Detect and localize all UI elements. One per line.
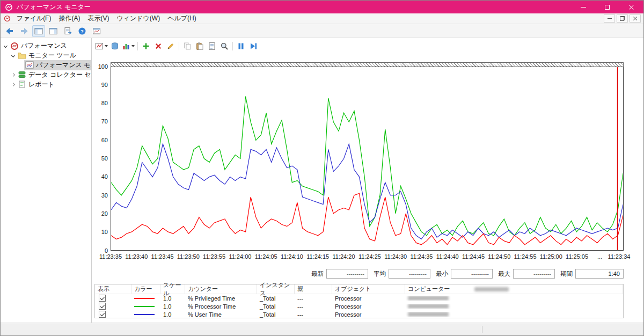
- x-tick-label: 11:24:20: [332, 253, 355, 260]
- legend-row-processor-time[interactable]: 1.0 % Processor Time _Total --- Processo…: [95, 302, 623, 310]
- stat-value-field: ---------: [513, 269, 555, 279]
- series-line: [111, 144, 623, 239]
- parent-value: ---: [295, 311, 332, 318]
- change-graph-type-button[interactable]: [121, 40, 135, 52]
- new-window-button[interactable]: [90, 25, 103, 37]
- chart-plot-area[interactable]: [111, 67, 624, 251]
- stat-average: 平均 ---------: [374, 269, 430, 279]
- x-tick-label: 11:25:00: [540, 253, 562, 260]
- report-icon: [18, 81, 26, 88]
- column-header-parent[interactable]: 親: [295, 284, 332, 294]
- tree-item-monitoring-tools[interactable]: モニター ツール: [1, 50, 91, 60]
- close-button[interactable]: [619, 1, 643, 13]
- show-checkbox[interactable]: [99, 295, 106, 302]
- log-data-icon: [111, 42, 119, 50]
- x-tick-label: 11:23:40: [125, 253, 148, 260]
- window-title: パフォーマンス モニター: [17, 3, 91, 12]
- paste-counter-list-button[interactable]: [194, 40, 206, 52]
- column-header-show[interactable]: 表示: [95, 284, 131, 294]
- help-button[interactable]: ?: [76, 25, 89, 37]
- column-header-counter[interactable]: カウンター: [185, 284, 257, 294]
- maximize-button[interactable]: [595, 1, 619, 13]
- column-header-color[interactable]: カラー: [131, 284, 160, 294]
- chevron-right-icon[interactable]: [9, 74, 17, 76]
- highlight-button[interactable]: [165, 40, 177, 52]
- column-header-instance[interactable]: インスタンス: [257, 284, 295, 294]
- stat-label: 平均: [374, 270, 386, 278]
- mdi-close-button[interactable]: [630, 14, 641, 23]
- legend-row-user-time[interactable]: 1.0 % User Time _Total --- Processor: [95, 310, 623, 318]
- counter-name: % Privileged Time: [185, 295, 257, 302]
- export-list-button[interactable]: [61, 25, 74, 37]
- show-checkbox[interactable]: [99, 311, 106, 318]
- view-current-activity-button[interactable]: [94, 40, 108, 52]
- stat-label: 最新: [311, 270, 324, 278]
- x-tick-label: 11:23:50: [177, 253, 200, 260]
- menu-view[interactable]: 表示(V): [84, 13, 113, 24]
- x-tick-label: 11:24:50: [488, 253, 510, 260]
- tree-item-reports[interactable]: レポート: [1, 79, 91, 89]
- mdi-restore-button[interactable]: [617, 14, 628, 23]
- copy-properties-button[interactable]: [181, 40, 193, 52]
- console-toolbar: ?: [1, 24, 643, 38]
- menu-window[interactable]: ウィンドウ(W): [113, 13, 164, 24]
- scale-value: 1.0: [160, 311, 185, 318]
- column-header-computer[interactable]: コンピューター: [405, 284, 623, 294]
- delete-counter-button[interactable]: [152, 40, 164, 52]
- show-checkbox[interactable]: [99, 303, 106, 310]
- perfmon-window: パフォーマンス モニター ファイル(F) 操作(A) 表示(V) ウィンドウ(W…: [0, 0, 644, 336]
- x-tick-label: 11:24:00: [229, 253, 251, 260]
- forward-button[interactable]: [18, 25, 31, 37]
- menu-action[interactable]: 操作(A): [55, 13, 84, 24]
- chevron-right-icon[interactable]: [9, 83, 17, 86]
- perfmon-icon: [10, 42, 19, 49]
- x-tick-label: 11:24:35: [410, 253, 433, 260]
- tree-item-data-collector-sets[interactable]: データ コレクター セット: [1, 70, 91, 79]
- color-swatch: [134, 314, 155, 315]
- mdi-minimize-button[interactable]: [604, 14, 615, 23]
- chart-plot: [111, 67, 623, 250]
- window-controls: [571, 1, 643, 13]
- column-header-object[interactable]: オブジェクト: [332, 284, 405, 294]
- performance-monitor-icon: [25, 61, 34, 69]
- tree-item-performance[interactable]: パフォーマンス: [1, 41, 91, 50]
- stat-label: 最小: [436, 270, 448, 278]
- back-button[interactable]: [3, 25, 16, 37]
- mdi-window-controls: [604, 14, 641, 23]
- redacted-computer-name: [408, 304, 449, 309]
- toolbar-separator: [232, 42, 233, 50]
- tree-item-label: レポート: [28, 80, 55, 89]
- x-tick-label: 11:24:30: [384, 253, 407, 260]
- menu-help[interactable]: ヘルプ(H): [164, 13, 200, 24]
- stat-minimum: 最小 ---------: [436, 269, 493, 279]
- show-hide-console-tree-button[interactable]: [32, 25, 45, 37]
- column-header-scale[interactable]: スケール: [160, 284, 185, 294]
- x-tick-label: 11:24:10: [281, 253, 303, 260]
- legend-row-privileged-time[interactable]: 1.0 % Privileged Time _Total --- Process…: [95, 294, 623, 302]
- update-data-button[interactable]: [247, 40, 259, 52]
- x-tick-label: 11:24:05: [255, 253, 277, 260]
- parent-value: ---: [295, 303, 332, 310]
- freeze-display-button[interactable]: [235, 40, 247, 52]
- redacted-computer-name: [408, 296, 449, 301]
- color-swatch: [134, 298, 155, 299]
- tree-item-performance-monitor[interactable]: パフォーマンス モニター: [1, 60, 91, 70]
- show-hide-action-pane-button[interactable]: [47, 25, 60, 37]
- svg-text:?: ?: [80, 28, 84, 34]
- view-log-data-button[interactable]: [109, 40, 121, 52]
- chevron-down-icon[interactable]: [2, 45, 9, 47]
- counter-legend: 表示 カラー スケール カウンター インスタンス 親 オブジェクト コンピュータ…: [94, 284, 624, 318]
- tree-item-label: パフォーマンス モニター: [36, 61, 92, 70]
- stat-maximum: 最大 ---------: [498, 269, 555, 279]
- properties-button[interactable]: [206, 40, 218, 52]
- add-counter-button[interactable]: [140, 40, 152, 52]
- minimize-button[interactable]: [571, 1, 595, 13]
- menubar: ファイル(F) 操作(A) 表示(V) ウィンドウ(W) ヘルプ(H): [1, 13, 643, 24]
- menu-file[interactable]: ファイル(F): [13, 13, 55, 24]
- console-tree-icon: [34, 27, 43, 35]
- zoom-button[interactable]: [218, 40, 230, 52]
- x-tick-label: 11:24:45: [462, 253, 485, 260]
- chevron-down-icon[interactable]: [9, 54, 17, 57]
- tree-item-label: パフォーマンス: [21, 41, 67, 50]
- stat-value-field: 1:40: [575, 269, 624, 279]
